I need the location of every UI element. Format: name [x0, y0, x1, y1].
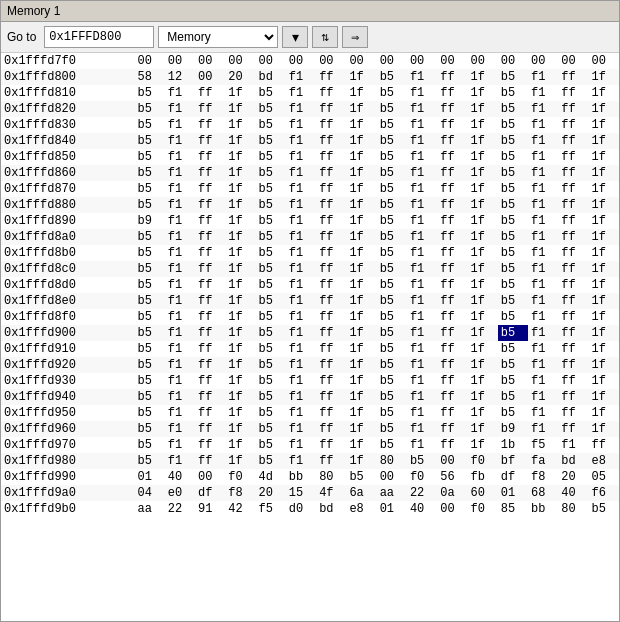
hex-cell[interactable]: f1: [407, 149, 437, 165]
hex-cell[interactable]: b5: [256, 341, 286, 357]
hex-cell[interactable]: b5: [377, 373, 407, 389]
hex-cell[interactable]: b5: [256, 197, 286, 213]
hex-cell[interactable]: 4f: [316, 485, 346, 501]
hex-cell[interactable]: ff: [437, 133, 467, 149]
hex-cell[interactable]: f1: [165, 325, 195, 341]
hex-cell[interactable]: f1: [528, 213, 558, 229]
hex-cell[interactable]: f1: [165, 389, 195, 405]
hex-cell[interactable]: f1: [286, 181, 316, 197]
hex-cell[interactable]: ff: [316, 69, 346, 85]
hex-cell[interactable]: ff: [195, 453, 225, 469]
hex-cell[interactable]: f1: [165, 309, 195, 325]
hex-cell[interactable]: 1f: [346, 421, 376, 437]
hex-cell[interactable]: f5: [528, 437, 558, 453]
hex-cell[interactable]: b5: [498, 293, 528, 309]
hex-cell[interactable]: f1: [286, 373, 316, 389]
hex-cell[interactable]: ff: [437, 245, 467, 261]
hex-cell[interactable]: f1: [286, 229, 316, 245]
hex-cell[interactable]: b5: [377, 197, 407, 213]
hex-cell[interactable]: ff: [195, 85, 225, 101]
hex-cell[interactable]: f1: [407, 373, 437, 389]
hex-cell[interactable]: f1: [407, 101, 437, 117]
hex-cell[interactable]: f1: [528, 133, 558, 149]
hex-cell[interactable]: f1: [165, 229, 195, 245]
hex-cell[interactable]: ff: [558, 421, 588, 437]
hex-cell[interactable]: 0a: [437, 485, 467, 501]
hex-cell[interactable]: f1: [407, 293, 437, 309]
hex-cell[interactable]: b5: [498, 117, 528, 133]
address-input[interactable]: [44, 26, 154, 48]
hex-cell[interactable]: 1f: [225, 421, 255, 437]
hex-cell[interactable]: ff: [437, 437, 467, 453]
hex-cell[interactable]: 1f: [346, 341, 376, 357]
hex-cell[interactable]: 1f: [225, 389, 255, 405]
hex-cell[interactable]: 1f: [225, 181, 255, 197]
hex-cell[interactable]: f1: [286, 213, 316, 229]
hex-cell[interactable]: b5: [135, 117, 165, 133]
hex-cell[interactable]: 60: [467, 485, 497, 501]
hex-cell[interactable]: ff: [558, 101, 588, 117]
hex-cell[interactable]: 6a: [346, 485, 376, 501]
hex-cell[interactable]: ff: [316, 325, 346, 341]
hex-cell[interactable]: d0: [286, 501, 316, 517]
hex-cell[interactable]: 1f: [589, 373, 619, 389]
hex-cell[interactable]: ff: [316, 181, 346, 197]
hex-cell[interactable]: ff: [437, 117, 467, 133]
hex-cell[interactable]: 1f: [225, 229, 255, 245]
hex-cell[interactable]: b5: [498, 149, 528, 165]
hex-cell[interactable]: 15: [286, 485, 316, 501]
hex-cell[interactable]: 1f: [225, 277, 255, 293]
hex-cell[interactable]: 1f: [225, 117, 255, 133]
hex-cell[interactable]: b5: [377, 293, 407, 309]
hex-cell[interactable]: b5: [377, 277, 407, 293]
hex-cell[interactable]: 1f: [467, 293, 497, 309]
hex-cell[interactable]: f1: [407, 165, 437, 181]
hex-cell[interactable]: 80: [558, 501, 588, 517]
hex-cell[interactable]: 00: [377, 53, 407, 69]
hex-cell[interactable]: b5: [256, 133, 286, 149]
hex-cell[interactable]: 1f: [467, 229, 497, 245]
hex-cell[interactable]: 68: [528, 485, 558, 501]
hex-cell[interactable]: b5: [498, 309, 528, 325]
hex-cell[interactable]: ff: [316, 245, 346, 261]
hex-cell[interactable]: f1: [407, 117, 437, 133]
hex-cell[interactable]: 1f: [346, 437, 376, 453]
hex-cell[interactable]: 1f: [225, 165, 255, 181]
hex-cell[interactable]: 00: [437, 53, 467, 69]
hex-cell[interactable]: 1f: [467, 245, 497, 261]
hex-cell[interactable]: b5: [135, 165, 165, 181]
hex-cell[interactable]: ff: [558, 389, 588, 405]
hex-cell[interactable]: b5: [256, 293, 286, 309]
hex-cell[interactable]: f0: [467, 453, 497, 469]
hex-cell[interactable]: b5: [498, 229, 528, 245]
hex-cell[interactable]: ff: [195, 149, 225, 165]
hex-cell[interactable]: ff: [195, 229, 225, 245]
hex-cell[interactable]: f1: [528, 357, 558, 373]
hex-cell[interactable]: 1f: [467, 389, 497, 405]
hex-cell[interactable]: 91: [195, 501, 225, 517]
hex-cell[interactable]: 00: [407, 53, 437, 69]
hex-cell[interactable]: b5: [377, 149, 407, 165]
hex-cell[interactable]: 1f: [467, 325, 497, 341]
hex-cell[interactable]: b5: [377, 245, 407, 261]
hex-cell[interactable]: f1: [528, 277, 558, 293]
hex-cell[interactable]: f1: [407, 357, 437, 373]
hex-cell[interactable]: f1: [165, 245, 195, 261]
hex-cell[interactable]: b5: [256, 165, 286, 181]
hex-cell[interactable]: f1: [528, 229, 558, 245]
hex-cell[interactable]: 20: [225, 69, 255, 85]
hex-cell[interactable]: 85: [498, 501, 528, 517]
hex-cell[interactable]: b5: [377, 261, 407, 277]
hex-cell[interactable]: b5: [498, 357, 528, 373]
hex-cell[interactable]: b5: [135, 229, 165, 245]
hex-cell[interactable]: b5: [498, 165, 528, 181]
hex-cell[interactable]: 00: [165, 53, 195, 69]
hex-cell[interactable]: 1f: [346, 133, 376, 149]
hex-cell[interactable]: ff: [437, 405, 467, 421]
hex-cell[interactable]: f1: [165, 149, 195, 165]
hex-cell[interactable]: f1: [407, 437, 437, 453]
hex-cell[interactable]: f1: [165, 437, 195, 453]
hex-cell[interactable]: f1: [528, 405, 558, 421]
hex-cell[interactable]: b5: [256, 101, 286, 117]
hex-cell[interactable]: f1: [407, 213, 437, 229]
